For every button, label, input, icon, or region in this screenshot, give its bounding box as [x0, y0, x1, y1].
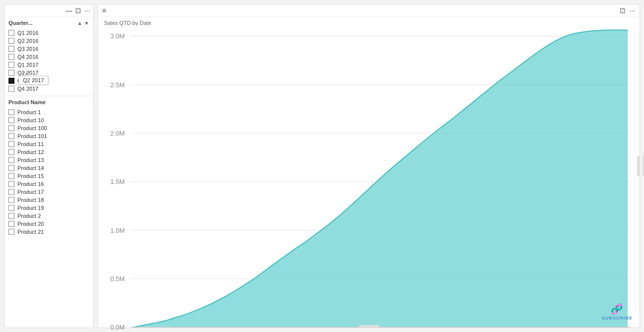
product-item-100[interactable]: Product 100 [8, 124, 89, 132]
quarter-checkbox-q3-2017[interactable] [8, 78, 14, 84]
chart-right-resize-handle[interactable] [637, 156, 640, 176]
quarter-item-q3-2016[interactable]: Q3 2016 [8, 45, 89, 53]
product-label-21: Product 21 [17, 229, 44, 235]
quarter-filter-header: Quarter... ▲ ▼ [8, 20, 89, 26]
product-checkbox-21[interactable] [8, 229, 14, 235]
product-item-14[interactable]: Product 14 [8, 164, 89, 172]
product-label-16: Product 16 [17, 181, 44, 187]
y-label-05m: 0.5M [110, 275, 125, 283]
quarter-label-q3-2016: Q3 2016 [17, 46, 38, 52]
y-label-1m: 1.0M [110, 227, 125, 234]
product-label-14: Product 14 [17, 165, 44, 171]
product-checkbox-15[interactable] [8, 173, 14, 179]
product-checkbox-1[interactable] [8, 109, 14, 115]
product-item-15[interactable]: Product 15 [8, 172, 89, 180]
y-label-3m: 3.0M [110, 32, 125, 40]
chart-toolbar: ≡ ⊡ ··· [98, 4, 640, 17]
product-checkbox-101[interactable] [8, 133, 14, 139]
product-label-100: Product 100 [17, 125, 47, 131]
quarter-checkbox-q4-2017[interactable] [8, 86, 14, 92]
quarter-filter-section: Quarter... ▲ ▼ Q1 2016 Q2 2016 Q3 2016 [4, 17, 93, 96]
product-item-11[interactable]: Product 11 [8, 140, 89, 148]
product-checkbox-100[interactable] [8, 125, 14, 131]
chart-more-icon[interactable]: ··· [630, 6, 636, 14]
product-label-15: Product 15 [17, 173, 44, 179]
product-label-2: Product 2 [17, 213, 41, 219]
quarter-label-q1-2017: Q1 2017 [17, 62, 38, 68]
product-label-13: Product 13 [17, 157, 44, 163]
product-label-11: Product 11 [17, 141, 44, 147]
quarter-checkbox-q2-2017[interactable] [8, 70, 14, 76]
y-label-25m: 2.5M [110, 81, 125, 89]
panel-toolbar: — ⊡ ··· [4, 4, 93, 17]
watermark-icon: 🧬 [611, 303, 623, 315]
chart-svg: 3.0M 2.5M 2.0M 1.5M 1.0M 0.5M 0.0M [104, 28, 634, 332]
quarter-checkbox-q2-2016[interactable] [8, 38, 14, 44]
product-item-2[interactable]: Product 2 [8, 212, 89, 220]
product-label-17: Product 17 [17, 189, 44, 195]
y-label-2m: 2.0M [110, 130, 125, 137]
product-item-13[interactable]: Product 13 [8, 156, 89, 164]
quarter-item-q1-2016[interactable]: Q1 2016 [8, 29, 89, 37]
product-item-17[interactable]: Product 17 [8, 188, 89, 196]
quarter-item-q1-2017[interactable]: Q1 2017 [8, 61, 89, 69]
product-checkbox-14[interactable] [8, 165, 14, 171]
quarter-label-q2-2017: Q2 2017 [17, 70, 38, 76]
quarter-label-q4-2017: Q4 2017 [17, 86, 38, 92]
product-item-1[interactable]: Product 1 [8, 108, 89, 116]
minimize-icon[interactable]: — [65, 6, 72, 14]
watermark-text: SUBSCRIBE [602, 316, 633, 321]
product-checkbox-2[interactable] [8, 213, 14, 219]
quarter-checkbox-q1-2016[interactable] [8, 30, 14, 36]
product-item-101[interactable]: Product 101 [8, 132, 89, 140]
product-item-10[interactable]: Product 10 [8, 116, 89, 124]
product-label-12: Product 12 [17, 149, 44, 155]
product-item-18[interactable]: Product 18 [8, 196, 89, 204]
quarter-checkbox-q1-2017[interactable] [8, 62, 14, 68]
product-filter-title: Product Name [8, 99, 89, 105]
y-label-0m: 0.0M [110, 324, 125, 331]
expand-icon[interactable]: ⊡ [75, 6, 81, 14]
product-item-21[interactable]: Product 21 [8, 228, 89, 236]
chart-expand-icon[interactable]: ⊡ [620, 6, 626, 14]
quarter-item-q4-2016[interactable]: Q4 2016 [8, 53, 89, 61]
watermark: 🧬 SUBSCRIBE [602, 303, 633, 321]
quarter-label-q4-2016: Q4 2016 [17, 54, 38, 60]
chart-area: 3.0M 2.5M 2.0M 1.5M 1.0M 0.5M 0.0M [98, 26, 640, 332]
product-checkbox-10[interactable] [8, 117, 14, 123]
product-filter-section: Product Name Product 1 Product 10 Produc… [4, 96, 93, 328]
quarter-item-q4-2017[interactable]: Q4 2017 [8, 85, 89, 93]
chart-title: Sales QTD by Date [98, 17, 640, 26]
y-label-15m: 1.5M [110, 178, 125, 185]
product-label-20: Product 20 [17, 221, 44, 227]
quarter-item-q2-2016[interactable]: Q2 2016 [8, 37, 89, 45]
left-filter-panel: — ⊡ ··· Quarter... ▲ ▼ Q1 2016 Q2 2016 [4, 4, 94, 328]
quarter-sort-arrows: ▲ ▼ [77, 20, 89, 26]
quarter-checkbox-q4-2016[interactable] [8, 54, 14, 60]
product-checkbox-13[interactable] [8, 157, 14, 163]
more-options-icon[interactable]: ··· [84, 6, 90, 14]
product-item-20[interactable]: Product 20 [8, 220, 89, 228]
product-checkbox-18[interactable] [8, 197, 14, 203]
product-label-19: Product 19 [17, 205, 44, 211]
sort-asc-icon[interactable]: ▲ [77, 20, 82, 26]
sort-desc-icon[interactable]: ▼ [84, 20, 89, 26]
product-item-16[interactable]: Product 16 [8, 180, 89, 188]
chart-menu-icon[interactable]: ≡ [102, 6, 106, 14]
product-checkbox-16[interactable] [8, 181, 14, 187]
quarter-filter-title: Quarter... [8, 20, 32, 26]
product-checkbox-11[interactable] [8, 141, 14, 147]
product-label-101: Product 101 [17, 133, 47, 139]
product-checkbox-19[interactable] [8, 205, 14, 211]
product-label-18: Product 18 [17, 197, 44, 203]
product-item-12[interactable]: Product 12 [8, 148, 89, 156]
quarter-checkbox-q3-2016[interactable] [8, 46, 14, 52]
product-checkbox-20[interactable] [8, 221, 14, 227]
product-checkbox-17[interactable] [8, 189, 14, 195]
product-checkbox-12[interactable] [8, 149, 14, 155]
quarter-item-q2-2017[interactable]: Q2 2017 ☞ Q2 2017 [8, 69, 89, 77]
product-item-19[interactable]: Product 19 [8, 204, 89, 212]
chart-bottom-resize-handle[interactable] [359, 325, 379, 328]
chart-toolbar-right: ⊡ ··· [620, 6, 636, 14]
quarter-label-q2-2016: Q2 2016 [17, 38, 38, 44]
